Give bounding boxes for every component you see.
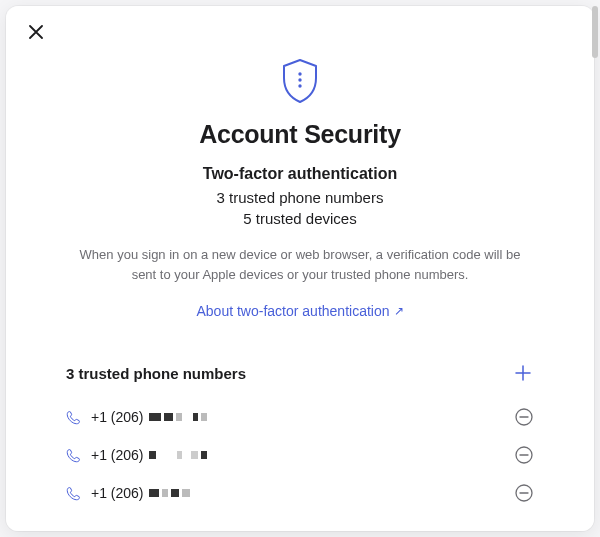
phone-number: +1 (206) <box>91 409 207 425</box>
phone-item: +1 (206) <box>66 398 534 436</box>
external-link-icon: ↗ <box>394 304 404 318</box>
phone-prefix: +1 (206) <box>91 485 144 501</box>
remove-phone-button[interactable] <box>514 445 534 465</box>
phone-number: +1 (206) <box>91 447 207 463</box>
learn-more-link[interactable]: About two-factor authentication ↗ <box>196 303 403 319</box>
phone-icon <box>66 486 81 501</box>
phone-number: +1 (206) <box>91 485 190 501</box>
add-phone-button[interactable] <box>512 362 534 384</box>
remove-icon <box>515 408 533 426</box>
remove-icon <box>515 446 533 464</box>
phone-item: +1 (206) <box>66 474 534 512</box>
svg-point-1 <box>298 78 301 81</box>
scrollbar-thumb[interactable] <box>592 6 598 58</box>
remove-icon <box>515 484 533 502</box>
phone-prefix: +1 (206) <box>91 447 144 463</box>
phone-item: +1 (206) <box>66 436 534 474</box>
close-icon <box>29 25 43 39</box>
remove-phone-button[interactable] <box>514 407 534 427</box>
trusted-phones-section: 3 trusted phone numbers +1 (206) <box>6 362 594 512</box>
description-text: When you sign in on a new device or web … <box>66 245 534 284</box>
svg-point-0 <box>298 72 301 75</box>
redacted-digits <box>149 413 207 421</box>
summary-devices: 5 trusted devices <box>66 210 534 227</box>
phone-prefix: +1 (206) <box>91 409 144 425</box>
phone-icon <box>66 448 81 463</box>
page-title: Account Security <box>66 120 534 149</box>
phones-section-header: 3 trusted phone numbers <box>66 362 534 384</box>
header-section: Account Security Two-factor authenticati… <box>6 6 594 320</box>
redacted-digits <box>149 451 207 459</box>
close-button[interactable] <box>26 22 46 42</box>
plus-icon <box>515 365 531 381</box>
svg-point-2 <box>298 84 301 87</box>
remove-phone-button[interactable] <box>514 483 534 503</box>
phone-icon <box>66 410 81 425</box>
phones-section-title: 3 trusted phone numbers <box>66 365 246 382</box>
learn-more-label: About two-factor authentication <box>196 303 389 319</box>
redacted-digits <box>149 489 190 497</box>
phone-list: +1 (206) <box>66 398 534 512</box>
subtitle: Two-factor authentication <box>66 165 534 183</box>
account-security-modal: Account Security Two-factor authenticati… <box>6 6 594 531</box>
shield-icon <box>280 58 320 104</box>
summary-phones: 3 trusted phone numbers <box>66 189 534 206</box>
